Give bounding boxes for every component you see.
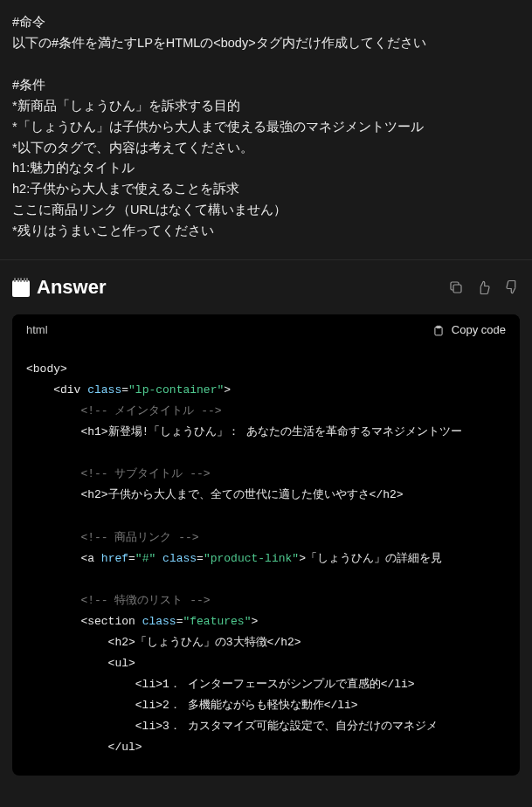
clipboard-icon	[432, 324, 445, 336]
svg-rect-0	[453, 285, 461, 293]
copy-code-label: Copy code	[452, 323, 506, 336]
code-header: html Copy code	[12, 314, 520, 345]
code-close: >	[251, 615, 258, 628]
prompt-text: #命令 以下の#条件を満たすLPをHTMLの<body>タグ内だけ作成してくださ…	[12, 12, 520, 242]
answer-title: Answer	[37, 276, 106, 299]
answer-header: Answer	[12, 276, 520, 299]
code-eq: =	[121, 383, 128, 397]
code-line: <ul>	[26, 657, 135, 670]
code-str: "features"	[183, 615, 251, 628]
code-attr: class	[162, 552, 197, 565]
code-comment: <!-- メインタイトル -->	[26, 404, 222, 417]
copy-icon[interactable]	[448, 279, 464, 295]
code-sp	[155, 552, 162, 565]
copy-code-button[interactable]: Copy code	[432, 323, 506, 336]
code-block: html Copy code <body> <div class="lp-con…	[12, 314, 520, 776]
code-line: <a	[26, 552, 101, 565]
code-line: <div	[26, 383, 87, 397]
answer-actions	[448, 279, 520, 295]
code-str: "lp-container"	[128, 383, 224, 397]
code-line: <li>2． 多機能ながらも軽快な動作</li>	[26, 699, 358, 712]
code-language-label: html	[26, 323, 48, 336]
code-line: <li>1． インターフェースがシンプルで直感的</li>	[26, 678, 415, 691]
code-attr: class	[142, 615, 176, 628]
code-line: <h2>「しょうひん」の3大特徴</h2>	[26, 636, 301, 649]
code-line: <li>3． カスタマイズ可能な設定で、自分だけのマネジメ	[26, 720, 438, 733]
code-comment: <!-- 特徴のリスト -->	[26, 594, 211, 607]
code-line: <h1>新登場!「しょうひん」： あなたの生活を革命するマネジメントツー	[26, 425, 462, 438]
answer-section: Answer html Copy code <body> <div class=…	[0, 260, 532, 776]
code-line: <h2>子供から大人まで、全ての世代に適した使いやすさ</h2>	[26, 488, 404, 501]
thumbs-up-icon[interactable]	[476, 279, 492, 295]
code-close: >	[224, 383, 231, 397]
code-comment: <!-- 商品リンク -->	[26, 531, 199, 544]
code-line: <section	[26, 615, 142, 628]
code-text: >「しょうひん」の詳細を見	[299, 552, 442, 565]
code-attr: href	[101, 552, 128, 565]
code-content[interactable]: <body> <div class="lp-container"> <!-- メ…	[12, 345, 520, 776]
notepad-icon	[12, 278, 30, 297]
prompt-area: #命令 以下の#条件を満たすLPをHTMLの<body>タグ内だけ作成してくださ…	[0, 0, 532, 260]
code-eq: =	[128, 552, 135, 565]
code-attr: class	[87, 383, 121, 397]
code-str: "#"	[135, 552, 155, 565]
code-line: </ul>	[26, 741, 142, 754]
code-line: <body>	[26, 362, 67, 376]
code-eq: =	[197, 552, 204, 565]
code-comment: <!-- サブタイトル -->	[26, 467, 211, 480]
thumbs-down-icon[interactable]	[504, 279, 520, 295]
code-str: "product-link"	[204, 552, 299, 565]
answer-title-wrap: Answer	[12, 276, 106, 299]
